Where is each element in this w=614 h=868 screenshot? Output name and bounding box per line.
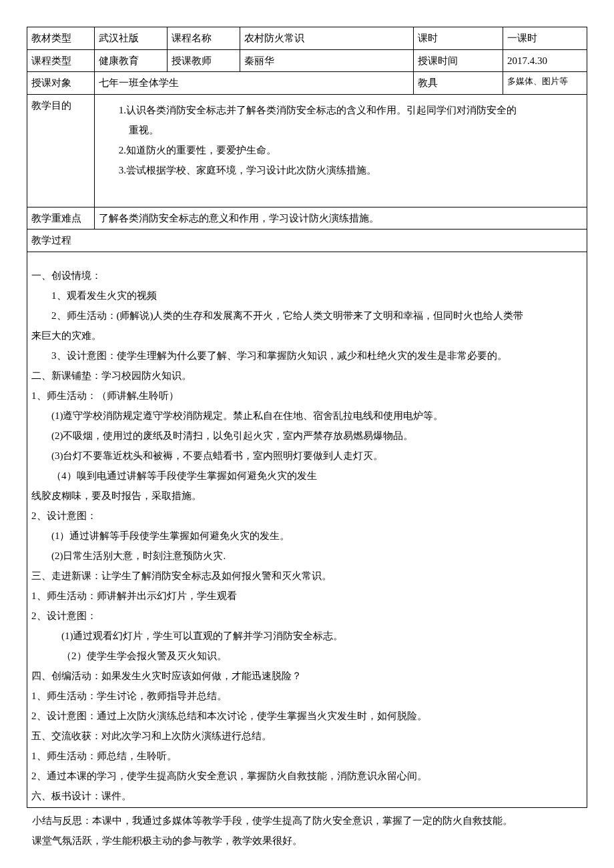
- label-audience: 授课对象: [27, 72, 95, 95]
- lesson-plan-table: 教材类型 武汉社版 课程名称 农村防火常识 课时 一课时 课程类型 健康教育 授…: [27, 27, 587, 808]
- label-teacher: 授课教师: [167, 49, 240, 72]
- process-line: 2、通过本课的学习，使学生提高防火安全意识，掌握防火自救技能，消防意识永留心间。: [31, 766, 583, 786]
- process-line: （2）使学生学会报火警及灭火知识。: [31, 646, 583, 666]
- table-row: 一、创设情境： 1、观看发生火灾的视频 2、师生活动：(师解说)人类的生存和发展…: [27, 252, 587, 807]
- process-line: 1、师生活动：（师讲解,生聆听）: [31, 386, 583, 406]
- process-line: 2、师生活动：(师解说)人类的生存和发展离不开火，它给人类文明带来了文明和幸福，…: [31, 306, 583, 326]
- value-period: 一课时: [503, 27, 587, 50]
- process-body: 一、创设情境： 1、观看发生火灾的视频 2、师生活动：(师解说)人类的生存和发展…: [27, 252, 587, 807]
- value-teacher: 秦丽华: [240, 49, 413, 72]
- process-line: 2、设计意图：通过上次防火演练总结和本次讨论，使学生掌握当火灾发生时，如何脱险。: [31, 706, 583, 726]
- value-purpose: 1.认识各类消防安全标志并了解各类消防安全标志的含义和作用。引起同学们对消防安全…: [94, 94, 587, 207]
- value-audience: 七年一班全体学生: [94, 72, 413, 95]
- label-process: 教学过程: [27, 230, 587, 252]
- table-row: 教学过程: [27, 230, 587, 252]
- process-line: 五、交流收获：对此次学习和上次防火演练进行总结。: [31, 726, 583, 746]
- table-row: 教学目的 1.认识各类消防安全标志并了解各类消防安全标志的含义和作用。引起同学们…: [27, 94, 587, 207]
- table-row: 授课对象 七年一班全体学生 教具 多媒体、图片等: [27, 72, 587, 95]
- value-keypoint: 了解各类消防安全标志的意义和作用，学习设计防火演练措施。: [94, 207, 587, 230]
- summary-line: 小结与反思：本课中，我通过多媒体等教学手段，使学生提高了防火安全意识，掌握了一定…: [27, 811, 587, 831]
- label-teach-time: 授课时间: [413, 49, 503, 72]
- process-line: 1、师生活动：学生讨论，教师指导并总结。: [31, 686, 583, 706]
- document-root: 教材类型 武汉社版 课程名称 农村防火常识 课时 一课时 课程类型 健康教育 授…: [27, 27, 587, 851]
- label-tools: 教具: [413, 72, 503, 95]
- label-material-type: 教材类型: [27, 27, 95, 50]
- value-tools: 多媒体、图片等: [503, 72, 587, 95]
- process-line: 2、设计意图：: [31, 606, 583, 626]
- label-keypoint: 教学重难点: [27, 207, 95, 230]
- process-line: (1）通过讲解等手段使学生掌握如何避免火灾的发生。: [31, 526, 583, 546]
- process-line: 二、新课铺垫：学习校园防火知识。: [31, 366, 583, 386]
- label-period: 课时: [413, 27, 503, 50]
- process-line: 三、走进新课：让学生了解消防安全标志及如何报火警和灭火常识。: [31, 566, 583, 586]
- process-line: (2)不吸烟，使用过的废纸及时清扫，以免引起火灾，室内严禁存放易燃易爆物品。: [31, 426, 583, 446]
- label-course-name: 课程名称: [167, 27, 240, 50]
- purpose-line: 1.认识各类消防安全标志并了解各类消防安全标志的含义和作用。引起同学们对消防安全…: [99, 100, 583, 120]
- summary-line: 课堂气氛活跃，学生能积极主动的参与教学，教学效果很好。: [27, 831, 587, 851]
- process-line: 四、创编活动：如果发生火灾时应该如何做，才能迅速脱险？: [31, 666, 583, 686]
- purpose-line: 2.知道防火的重要性，要爱护生命。: [99, 140, 583, 160]
- process-line: 1、观看发生火灾的视频: [31, 286, 583, 306]
- process-line: 2、设计意图：: [31, 506, 583, 526]
- process-line: (1)遵守学校消防规定遵守学校消防规定。禁止私自在住地、宿舍乱拉电线和使用电炉等…: [31, 406, 583, 426]
- process-line: (3)台灯不要靠近枕头和被褥，不要点蜡看书，室内照明灯要做到人走灯灭。: [31, 446, 583, 466]
- table-row: 教学重难点 了解各类消防安全标志的意义和作用，学习设计防火演练措施。: [27, 207, 587, 230]
- process-line: 六、板书设计：课件。: [31, 786, 583, 806]
- value-course-type: 健康教育: [94, 49, 167, 72]
- purpose-line: 重视。: [99, 120, 583, 140]
- process-line: 线胶皮糊味，要及时报告，采取措施。: [31, 486, 583, 506]
- value-course-name: 农村防火常识: [240, 27, 413, 50]
- label-purpose: 教学目的: [27, 94, 95, 207]
- process-line: 3、设计意图：使学生理解为什么要了解、学习和掌握防火知识，减少和杜绝火灾的发生是…: [31, 346, 583, 366]
- process-line: (2)日常生活别大意，时刻注意预防火灾.: [31, 546, 583, 566]
- process-line: 1、师生活动：师讲解并出示幻灯片，学生观看: [31, 586, 583, 606]
- process-line: (1)通过观看幻灯片，学生可以直观的了解并学习消防安全标志。: [31, 626, 583, 646]
- value-material-type: 武汉社版: [94, 27, 167, 50]
- table-row: 教材类型 武汉社版 课程名称 农村防火常识 课时 一课时: [27, 27, 587, 50]
- table-row: 课程类型 健康教育 授课教师 秦丽华 授课时间 2017.4.30: [27, 49, 587, 72]
- process-line: 一、创设情境：: [31, 266, 583, 286]
- process-line: 来巨大的灾难。: [31, 326, 583, 346]
- process-line: 1、师生活动：师总结，生聆听。: [31, 746, 583, 766]
- process-line: （4）嗅到电通过讲解等手段使学生掌握如何避免火灾的发生: [31, 466, 583, 486]
- label-course-type: 课程类型: [27, 49, 95, 72]
- value-teach-time: 2017.4.30: [503, 49, 587, 72]
- summary-block: 小结与反思：本课中，我通过多媒体等教学手段，使学生提高了防火安全意识，掌握了一定…: [27, 811, 587, 851]
- purpose-line: 3.尝试根据学校、家庭环境，学习设计此次防火演练措施。: [99, 160, 583, 180]
